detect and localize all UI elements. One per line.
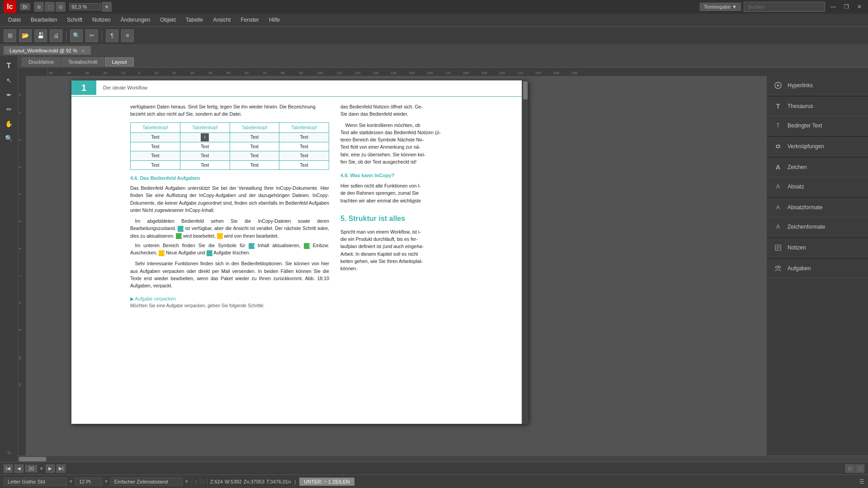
subtab-layout[interactable]: Layout	[105, 57, 133, 66]
tool-zoom[interactable]: 🔍	[3, 132, 15, 145]
right-text5: teren Bereich die Symbole Nächste No-	[340, 136, 512, 143]
close-button[interactable]: ✕	[854, 3, 864, 11]
section5-text3: laufplan definiert ist (und auch eingeha…	[340, 243, 512, 250]
zeichen-label: Zeichen	[788, 164, 807, 170]
tool-print[interactable]: 🖨	[50, 29, 62, 42]
view-buttons: □ ⬚	[845, 465, 864, 473]
tool-select[interactable]: ↖	[3, 74, 15, 87]
tool-paragraph[interactable]: ¶	[106, 29, 118, 42]
tool-save[interactable]: 💾	[34, 29, 47, 42]
status-arrow1[interactable]: ↕	[195, 479, 197, 484]
layout-btn2[interactable]: ⬚	[45, 2, 55, 12]
hscroll-bar[interactable]	[18, 455, 868, 462]
page-dropdown-icon[interactable]: ▼	[39, 466, 44, 471]
nav-last[interactable]: ▶|	[57, 465, 66, 473]
document-area[interactable]: 1 Der ideale Workflow verfügbaren Daten …	[26, 76, 766, 455]
search-input[interactable]	[744, 2, 825, 12]
unter-status-badge: UNTER: ~ 1 ZEILEN	[299, 478, 354, 486]
menu-aenderungen[interactable]: Änderungen	[116, 15, 155, 25]
tool-pen[interactable]: ✒	[3, 89, 15, 101]
minimize-button[interactable]: —	[828, 3, 839, 11]
hyperlinks-icon	[773, 80, 783, 90]
panel-verknuepfungen[interactable]: Verknüpfungen	[767, 137, 868, 156]
size-dropdown[interactable]: ▼	[104, 479, 108, 484]
zeichen-icon: A	[773, 162, 783, 172]
tool-hand[interactable]: ✋	[3, 117, 15, 130]
tool-search[interactable]: 🔍	[70, 29, 83, 42]
tool-text[interactable]: T	[3, 60, 15, 72]
tool-open[interactable]: 📂	[19, 29, 32, 42]
maximize-button[interactable]: ❐	[841, 3, 852, 11]
vscroll-thumb[interactable]	[523, 81, 528, 99]
absatz-icon: A	[773, 182, 783, 192]
right-text6: Text flott von einer Anmerkung zur nä-	[340, 143, 512, 150]
absatzformate-icon: A	[773, 202, 783, 212]
bedingter-text-label: Bedingter Text	[788, 122, 822, 129]
zoom-container: ▼	[69, 2, 112, 12]
panel-aufgaben[interactable]: Aufgaben	[767, 259, 868, 278]
nav-first[interactable]: |◀	[4, 465, 13, 473]
view-btn1[interactable]: □	[845, 465, 854, 473]
tool-align[interactable]: ≡	[121, 29, 134, 42]
style-selector[interactable]: Einfacher Zeilenabstand	[110, 478, 183, 486]
status-settings-icon[interactable]: ☰	[859, 479, 864, 485]
layout-btn3[interactable]: ⊟	[56, 2, 66, 12]
menu-notizen[interactable]: Notizen	[88, 15, 115, 25]
app-connector-btn[interactable]: Br	[20, 3, 30, 10]
menu-ansicht[interactable]: Ansicht	[208, 15, 235, 25]
panel-notizen[interactable]: Notizen	[767, 238, 868, 258]
subtab-druckfahne[interactable]: Druckfahne	[22, 57, 61, 66]
panel-thesaurus[interactable]: T Thesaurus	[767, 97, 868, 116]
menu-bearbeiten[interactable]: Bearbeiten	[26, 15, 61, 25]
status-sep2	[207, 478, 208, 485]
menu-schrift[interactable]: Schrift	[62, 15, 87, 25]
status-t: T:3476,01n	[266, 479, 291, 484]
arrow-link[interactable]: ▶ Aufgabe verpacken	[130, 296, 176, 301]
panel-bedingter-text[interactable]: T Bedingter Text	[767, 116, 868, 136]
layout-btn1[interactable]: ⊞	[34, 2, 44, 12]
subtab-textabschnitt[interactable]: Textabschnitt	[61, 57, 104, 66]
size-selector[interactable]: 12 Pt	[75, 478, 102, 486]
status-arrow2[interactable]: ⬛	[199, 479, 204, 484]
font-selector[interactable]: Letter Gothic Std	[4, 478, 67, 486]
panel-absatz[interactable]: A Absatz	[767, 177, 868, 197]
hscroll-thumb[interactable]	[19, 457, 46, 461]
document-tab[interactable]: Layout_Workflow.indd @ 92 % ✕	[4, 46, 91, 55]
ruler-corner	[18, 68, 48, 76]
nav-prev[interactable]: ◀	[14, 465, 24, 473]
aufgaben-label: Aufgaben	[788, 265, 811, 272]
status-zn: Zn:37053	[244, 479, 264, 484]
zoom-dropdown[interactable]: ▼	[102, 2, 112, 12]
tool-cut[interactable]: ✂	[85, 29, 98, 42]
badge-2: 2	[176, 233, 182, 239]
menu-datei[interactable]: Datei	[4, 15, 25, 25]
tab-close-icon[interactable]: ✕	[81, 48, 85, 53]
section48-text1: Hier sollen nicht alle Funktionen von I-	[340, 182, 512, 189]
panel-zeichen[interactable]: A Zeichen	[767, 158, 868, 177]
view-btn2[interactable]: ⬚	[855, 465, 864, 473]
right-panel: Hyperlinks T Thesaurus T Bedingter Text	[766, 76, 868, 455]
table-cell: Text I	[180, 133, 230, 142]
tool-new[interactable]: ⊞	[4, 29, 16, 42]
panel-hyperlinks[interactable]: Hyperlinks	[767, 76, 868, 95]
texteingabe-dropdown[interactable]: Texteingabe ▼	[700, 3, 741, 11]
tool-pencil[interactable]: ✏	[3, 103, 15, 116]
zoom-input[interactable]	[69, 3, 101, 10]
thesaurus-label: Thesaurus	[788, 103, 813, 109]
menu-hilfe[interactable]: Hilfe	[264, 15, 284, 25]
panel-zeichenformate[interactable]: A Zeichenformate	[767, 217, 868, 237]
app-logo: Ic	[4, 0, 16, 13]
font-dropdown[interactable]: ▼	[69, 479, 73, 484]
section48-text2: de den Rahmen sprengen, zumal Sie	[340, 189, 512, 197]
menu-objekt[interactable]: Objekt	[156, 15, 180, 25]
last-text: Möchten Sie eine Aufgabe verpacken, gehe…	[130, 302, 329, 310]
right-text2: Sie dann das Bedienfeld wieder.	[340, 110, 512, 117]
menu-tabelle[interactable]: Tabelle	[181, 15, 208, 25]
panel-absatzformate[interactable]: A Absatzformate	[767, 198, 868, 217]
page-vscroll[interactable]	[522, 80, 528, 424]
style-dropdown[interactable]: ▼	[184, 479, 189, 484]
menu-fenster[interactable]: Fenster	[236, 15, 264, 25]
bottom-navigation-bar: |◀ ◀ 20 ▼ ▶ ▶| □ ⬚	[0, 462, 868, 474]
nav-next[interactable]: ▶	[46, 465, 55, 473]
table-cell: Text	[279, 160, 329, 170]
